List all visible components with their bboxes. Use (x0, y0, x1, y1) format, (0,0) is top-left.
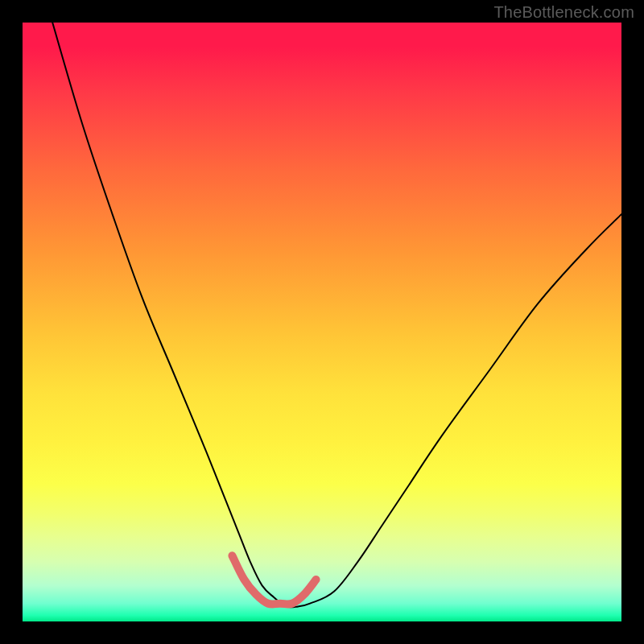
curve-layer (23, 23, 621, 621)
black-curve (52, 23, 621, 607)
plot-area (23, 23, 621, 621)
chart-frame: TheBottleneck.com (0, 0, 644, 644)
watermark-text: TheBottleneck.com (493, 3, 634, 22)
